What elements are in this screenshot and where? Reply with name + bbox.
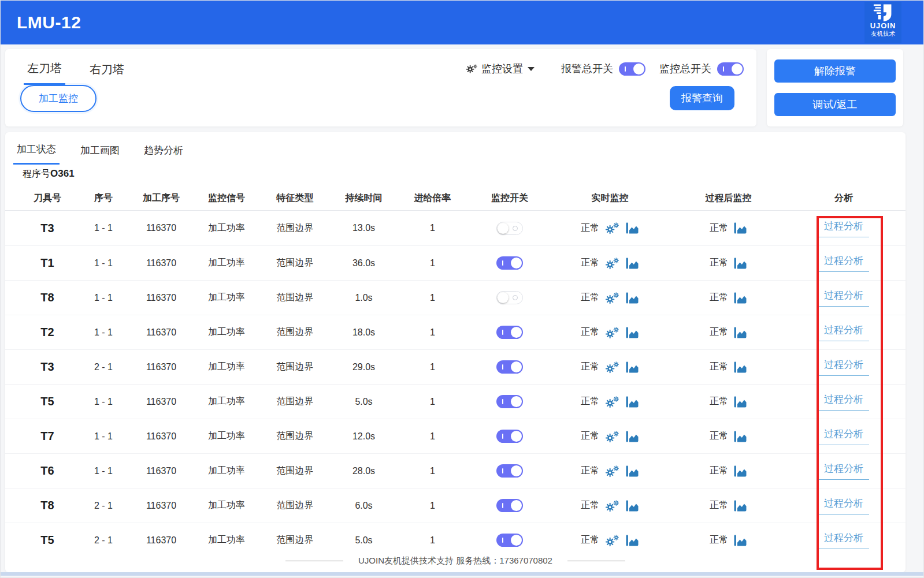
program-number: O361 <box>50 168 75 179</box>
double-gears-icon[interactable] <box>604 221 620 235</box>
double-gears-icon[interactable] <box>604 534 620 547</box>
analysis-link[interactable]: 过程分析 <box>818 497 869 514</box>
area-chart-icon[interactable] <box>733 430 747 443</box>
cell-monitor-switch <box>467 430 552 443</box>
area-chart-icon[interactable] <box>625 396 639 408</box>
area-chart-icon[interactable] <box>733 465 747 478</box>
area-chart-icon[interactable] <box>733 222 747 234</box>
col-realtime-monitor: 实时监控 <box>552 192 667 204</box>
cell-duration: 13.0s <box>329 223 398 233</box>
monitor-switch[interactable] <box>496 360 523 374</box>
col-process-no: 加工序号 <box>130 192 192 204</box>
table-header-row: 刀具号 序号 加工序号 监控信号 特征类型 持续时间 进给倍率 监控开关 实时监… <box>5 187 906 211</box>
cell-realtime-monitor: 正常 <box>552 221 667 235</box>
cell-process-no: 116370 <box>130 466 192 476</box>
area-chart-icon[interactable] <box>733 326 747 339</box>
area-chart-icon[interactable] <box>625 257 639 270</box>
monitor-switch[interactable] <box>496 256 523 270</box>
machining-monitor-button[interactable]: 加工监控 <box>20 85 97 112</box>
area-chart-icon[interactable] <box>625 534 639 547</box>
monitor-table: 刀具号 序号 加工序号 监控信号 特征类型 持续时间 进给倍率 监控开关 实时监… <box>5 187 906 557</box>
main-tabs: 加工状态 加工画图 趋势分析 <box>13 140 187 165</box>
area-chart-icon[interactable] <box>733 292 747 304</box>
analysis-link[interactable]: 过程分析 <box>818 462 869 480</box>
monitor-switch[interactable] <box>496 222 523 235</box>
cell-feature-type: 范围边界 <box>261 430 329 442</box>
cell-process-no: 116370 <box>130 397 192 407</box>
double-gears-icon[interactable] <box>604 291 620 305</box>
cell-post-monitor: 正常 <box>667 292 789 304</box>
alarm-master-switch-label: 报警总开关 <box>561 62 613 76</box>
cell-analysis: 过程分析 <box>789 323 898 341</box>
col-feature-type: 特征类型 <box>261 192 329 204</box>
double-gears-icon[interactable] <box>604 395 620 409</box>
area-chart-icon[interactable] <box>733 396 747 408</box>
debug-rework-button[interactable]: 调试/返工 <box>774 93 896 116</box>
switch-knob <box>511 465 522 476</box>
double-gears-icon[interactable] <box>604 499 620 513</box>
double-gears-icon[interactable] <box>604 326 620 340</box>
area-chart-icon[interactable] <box>733 499 747 512</box>
cell-seq: 1 - 1 <box>77 293 130 303</box>
monitor-master-switch[interactable] <box>717 62 744 76</box>
area-chart-icon[interactable] <box>733 534 747 547</box>
analysis-link[interactable]: 过程分析 <box>818 427 869 445</box>
realtime-status: 正常 <box>581 222 599 234</box>
monitor-switch[interactable] <box>496 326 523 339</box>
double-gears-icon[interactable] <box>604 464 620 478</box>
area-chart-icon[interactable] <box>733 257 747 270</box>
double-gears-icon[interactable] <box>604 430 620 443</box>
cell-realtime-monitor: 正常 <box>552 326 667 340</box>
alarm-master-switch[interactable] <box>619 62 645 76</box>
table-row: T6 1 - 1 116370 加工功率 范围边界 28.0s 1 正常 正常 … <box>5 453 906 488</box>
tab-left-turret[interactable]: 左刀塔 <box>24 59 65 85</box>
cell-seq: 1 - 1 <box>77 431 130 442</box>
monitor-switch[interactable] <box>496 534 523 547</box>
monitor-switch[interactable] <box>496 464 523 478</box>
cell-post-monitor: 正常 <box>667 465 789 478</box>
cell-signal: 加工功率 <box>192 499 261 512</box>
col-tool: 刀具号 <box>18 192 77 204</box>
double-gears-icon[interactable] <box>604 360 620 374</box>
cell-process-no: 116370 <box>130 501 192 511</box>
tab-trend-analysis[interactable]: 趋势分析 <box>140 140 187 165</box>
monitor-switch[interactable] <box>496 395 523 408</box>
cell-monitor-switch <box>467 360 552 374</box>
area-chart-icon[interactable] <box>625 292 639 304</box>
area-chart-icon[interactable] <box>625 465 639 478</box>
cell-monitor-switch <box>467 291 552 304</box>
area-chart-icon[interactable] <box>625 499 639 512</box>
horizontal-scrollbar[interactable] <box>1 572 924 576</box>
analysis-link[interactable]: 过程分析 <box>818 323 869 341</box>
cell-monitor-switch <box>467 534 552 547</box>
switch-knob <box>511 431 522 442</box>
area-chart-icon[interactable] <box>625 430 639 443</box>
monitor-switch[interactable] <box>496 430 523 443</box>
monitor-switch[interactable] <box>496 291 523 304</box>
analysis-link[interactable]: 过程分析 <box>818 531 869 549</box>
monitor-switch[interactable] <box>496 499 523 512</box>
tab-right-turret[interactable]: 右刀塔 <box>86 59 128 85</box>
analysis-link[interactable]: 过程分析 <box>818 393 869 411</box>
analysis-link[interactable]: 过程分析 <box>818 289 869 307</box>
cell-signal: 加工功率 <box>192 465 261 477</box>
cell-tool: T6 <box>18 464 77 478</box>
area-chart-icon[interactable] <box>733 361 747 374</box>
area-chart-icon[interactable] <box>625 222 639 234</box>
clear-alarm-button[interactable]: 解除报警 <box>774 59 896 83</box>
alarm-query-button[interactable]: 报警查询 <box>670 86 734 110</box>
double-gears-icon[interactable] <box>604 256 620 270</box>
cell-feature-type: 范围边界 <box>261 499 329 512</box>
area-chart-icon[interactable] <box>625 326 639 339</box>
analysis-link[interactable]: 过程分析 <box>818 219 869 237</box>
analysis-link[interactable]: 过程分析 <box>818 358 869 376</box>
area-chart-icon[interactable] <box>625 361 639 374</box>
tab-machining-status[interactable]: 加工状态 <box>13 140 60 165</box>
cell-duration: 29.0s <box>329 362 398 372</box>
monitor-settings-dropdown[interactable]: 监控设置 <box>465 62 535 76</box>
tab-machining-drawing[interactable]: 加工画图 <box>77 140 123 165</box>
analysis-link[interactable]: 过程分析 <box>818 254 869 272</box>
cell-tool: T5 <box>18 395 77 408</box>
cell-seq: 2 - 1 <box>77 501 130 511</box>
cell-signal: 加工功率 <box>192 292 261 304</box>
